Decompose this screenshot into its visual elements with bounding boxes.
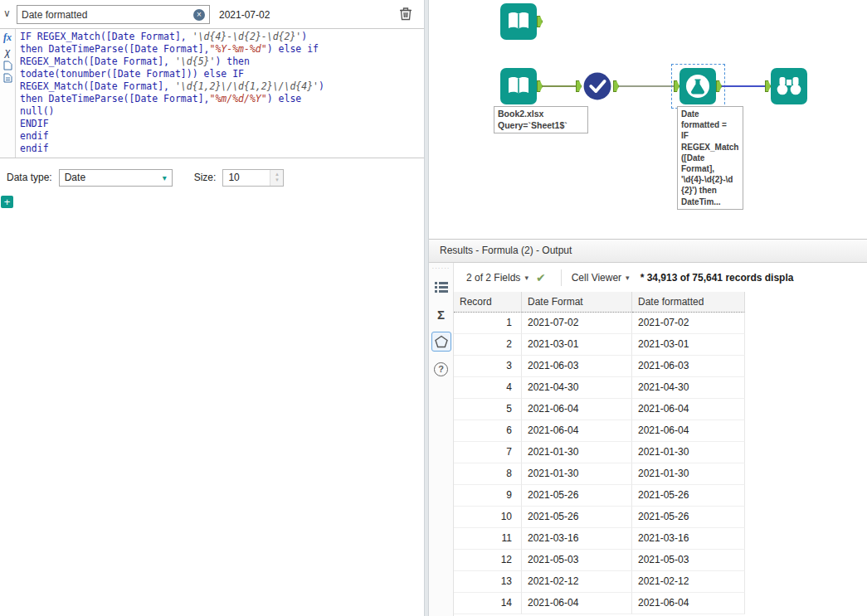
data-type-label: Data type:: [7, 172, 52, 183]
column-header-record[interactable]: Record: [454, 292, 522, 313]
output-anchor[interactable]: [613, 80, 619, 92]
table-cell: 2021-04-30: [632, 377, 745, 399]
table-row[interactable]: 82021-01-302021-01-30: [454, 463, 867, 485]
results-title: Results - Formula (2) - Output: [429, 239, 867, 263]
table-cell: 2021-06-04: [632, 420, 745, 442]
recent-expressions-icon[interactable]: [3, 73, 12, 83]
editor-gutter: fx χ: [0, 29, 16, 158]
collapse-expression-chevron-icon[interactable]: ∨: [3, 7, 11, 19]
sigma-summary-icon[interactable]: Σ: [431, 304, 451, 324]
table-row[interactable]: 132021-02-122021-02-12: [454, 571, 867, 593]
variables-icon[interactable]: χ: [5, 46, 11, 58]
table-row[interactable]: 52021-06-042021-06-04: [454, 399, 867, 420]
table-cell: 2021-01-30: [632, 442, 745, 463]
table-cell: 2021-06-04: [632, 593, 745, 614]
connection-line: [619, 85, 674, 87]
alteryx-designer-window: ∨ Date formatted × 2021-07-02 fx χ: [0, 0, 867, 616]
size-stepper[interactable]: ▲▼: [270, 170, 283, 186]
table-cell: 3: [454, 356, 522, 377]
cell-viewer-dropdown[interactable]: Cell Viewer ▾: [572, 272, 630, 284]
table-cell: 5: [454, 399, 522, 420]
input-anchor[interactable]: [765, 80, 771, 92]
table-cell: 14: [454, 593, 522, 614]
table-row[interactable]: 122021-05-032021-05-03: [454, 550, 867, 571]
table-cell: 9: [454, 485, 522, 507]
code-line: endif: [20, 143, 421, 155]
table-row[interactable]: 12021-07-022021-07-02: [454, 313, 867, 334]
delete-expression-button[interactable]: [396, 5, 416, 24]
table-cell: 2021-04-30: [522, 377, 632, 399]
table-cell: 2021-06-04: [522, 593, 632, 614]
table-cell: 2021-06-03: [522, 356, 632, 377]
code-line: REGEX_Match([Date Format], '\d{5}') then: [20, 56, 421, 68]
table-cell: 2021-01-30: [522, 463, 632, 485]
table-cell: 2021-01-30: [632, 463, 745, 485]
functions-icon[interactable]: fx: [3, 32, 12, 44]
code-line: todate(tonumber([Date Format])) else IF: [20, 68, 421, 80]
table-cell: 7: [454, 442, 522, 463]
table-row[interactable]: 92021-05-262021-05-26: [454, 485, 867, 507]
cell-viewer-label: Cell Viewer: [572, 272, 621, 284]
size-input[interactable]: 10 ▲▼: [222, 169, 284, 187]
code-line: then DateTimeParse([Date Format],"%Y-%m-…: [20, 43, 421, 56]
input-data-tool[interactable]: [500, 68, 537, 104]
table-cell: 4: [454, 377, 522, 399]
formula-config-panel: ∨ Date formatted × 2021-07-02 fx χ: [0, 0, 425, 616]
table-cell: 2: [454, 334, 522, 356]
table-cell: 2021-05-26: [522, 485, 632, 507]
formula-code-editor[interactable]: IF REGEX_Match([Date Format], '\d{4}-\d{…: [16, 29, 425, 158]
input-annotation[interactable]: Book2.xlsxQuery=`Sheet1$`: [494, 106, 588, 133]
input-anchor[interactable]: [576, 80, 582, 92]
column-header-date-format[interactable]: Date Format: [522, 292, 632, 313]
table-row[interactable]: 22021-03-012021-03-01: [454, 334, 867, 356]
clear-field-icon[interactable]: ×: [193, 9, 205, 21]
data-view-icon[interactable]: [431, 332, 451, 352]
column-header-date-formatted[interactable]: Date formatted: [632, 292, 745, 313]
select-tool[interactable]: [582, 70, 613, 102]
table-row[interactable]: 72021-01-302021-01-30: [454, 442, 867, 463]
table-cell: 11: [454, 528, 522, 550]
output-anchor[interactable]: [537, 16, 543, 27]
table-row[interactable]: 142021-06-042021-06-04: [454, 593, 867, 614]
table-row[interactable]: 62021-06-042021-06-04: [454, 420, 867, 442]
table-row[interactable]: 42021-04-302021-04-30: [454, 377, 867, 399]
fields-dropdown[interactable]: 2 of 2 Fields ▾: [466, 272, 528, 284]
connection-line: [722, 85, 765, 87]
data-type-value: Date: [65, 172, 85, 183]
table-row[interactable]: 112021-03-162021-03-16: [454, 528, 867, 550]
table-cell: 2021-02-12: [632, 571, 745, 593]
table-cell: 13: [454, 571, 522, 593]
apply-check-icon: ✔: [536, 271, 546, 284]
output-column-field[interactable]: Date formatted ×: [17, 5, 210, 24]
flask-icon: [679, 68, 716, 104]
table-cell: 8: [454, 463, 522, 485]
help-icon[interactable]: ?: [431, 359, 451, 379]
browse-tool[interactable]: [771, 68, 807, 104]
code-line: ENDIF: [20, 118, 421, 130]
input-data-tool-top[interactable]: [500, 3, 537, 40]
table-row[interactable]: 102021-05-262021-05-26: [454, 507, 867, 528]
column-options-icon[interactable]: [431, 277, 451, 297]
book-icon: [500, 68, 537, 104]
drag-handle-icon[interactable]: ······: [432, 264, 451, 272]
table-cell: 2021-01-30: [522, 442, 632, 463]
saved-expressions-icon[interactable]: [3, 61, 12, 70]
table-cell: 10: [454, 507, 522, 528]
output-column-name: Date formatted: [22, 9, 87, 21]
data-type-row: Data type: Date ▾ Size: 10 ▲▼: [0, 167, 425, 187]
add-expression-button[interactable]: +: [1, 196, 13, 208]
table-row[interactable]: 32021-06-032021-06-03: [454, 356, 867, 377]
table-cell: 2021-07-02: [522, 313, 632, 334]
formula-annotation[interactable]: Date formatted =IF REGEX_Match([Date For…: [677, 106, 743, 210]
code-line: IF REGEX_Match([Date Format], '\d{4}-\d{…: [20, 31, 421, 43]
code-line: then DateTimeParse([Date Format],"%m/%d/…: [20, 93, 421, 105]
output-anchor[interactable]: [537, 80, 543, 92]
code-line: REGEX_Match([Date Format], '\d{1,2}\/\d{…: [20, 80, 421, 93]
data-type-dropdown[interactable]: Date ▾: [59, 169, 173, 187]
table-cell: 12: [454, 550, 522, 571]
table-cell: 2021-03-01: [522, 334, 632, 356]
workflow-canvas[interactable]: Book2.xlsxQuery=`Sheet1$` Date formatted…: [429, 0, 867, 239]
chevron-down-icon: ▾: [163, 173, 167, 182]
formula-tool[interactable]: [679, 68, 716, 104]
table-cell: 2021-07-02: [632, 313, 745, 334]
